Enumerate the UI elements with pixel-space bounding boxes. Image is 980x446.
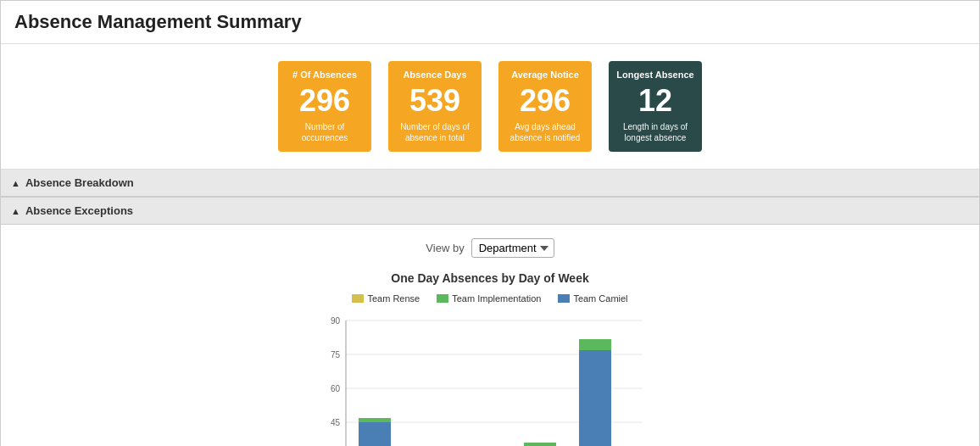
legend-label-rense: Team Rense [367,293,420,304]
chart-legend: Team Rense Team Implementation Team Cami… [352,293,627,304]
card-desc-average-notice: Avg days ahead absence is notified [505,121,585,143]
legend-swatch-rense [352,294,364,303]
breakdown-toggle-icon: ▲ [11,178,20,188]
chart-title: One Day Absences by Day of Week [391,271,588,285]
svg-text:60: 60 [331,384,341,393]
svg-text:75: 75 [331,350,341,360]
card-title-longest-absence: Longest Absence [615,70,695,81]
stat-card-longest-absence: Longest Absence 12 Length in days of lon… [609,61,702,152]
bar-chart: 0 15 30 45 60 75 90 [312,312,668,446]
bar-thursday-impl [524,443,556,446]
card-desc-absence-days: Number of days of absence in total [395,121,475,143]
card-number-average-notice: 296 [505,86,585,116]
exceptions-toggle-icon: ▲ [11,206,20,216]
exceptions-content: View by Department Team Location One Day… [1,225,979,446]
card-title-absence-days: Absence Days [395,70,475,81]
legend-label-camiel: Team Camiel [573,293,627,304]
page-title: Absence Management Summary [14,11,966,33]
page-header: Absence Management Summary [1,1,979,44]
absence-exceptions-header[interactable]: ▲ Absence Exceptions [1,198,979,225]
card-number-longest-absence: 12 [615,86,695,116]
breakdown-title: Absence Breakdown [25,176,134,189]
bar-friday-camiel [579,350,611,446]
stat-card-absences-count: # Of Absences 296 Number of occurrences [278,61,371,152]
legend-swatch-camiel [558,294,570,303]
exceptions-title: Absence Exceptions [25,204,133,217]
absence-exceptions-section: ▲ Absence Exceptions View by Department … [1,198,979,446]
view-by-label: View by [426,242,464,254]
card-desc-longest-absence: Length in days of longest absence [615,121,695,143]
chart-area: One Day Absences by Day of Week Team Ren… [14,271,966,446]
svg-text:45: 45 [331,418,341,427]
view-by-select[interactable]: Department Team Location [471,238,554,258]
card-title-average-notice: Average Notice [505,70,585,81]
stat-card-absence-days: Absence Days 539 Number of days of absen… [388,61,482,152]
legend-item-implementation: Team Implementation [437,293,541,304]
chart-svg: 0 15 30 45 60 75 90 [312,312,668,446]
legend-label-implementation: Team Implementation [452,293,541,304]
view-by-row: View by Department Team Location [14,238,966,258]
svg-text:90: 90 [331,316,341,326]
legend-item-camiel: Team Camiel [558,293,627,304]
absence-breakdown-header[interactable]: ▲ Absence Breakdown [1,170,979,197]
summary-cards: # Of Absences 296 Number of occurrences … [1,44,979,170]
card-title-absences-count: # Of Absences [285,70,365,81]
bar-monday-impl [359,418,391,422]
absence-breakdown-section: ▲ Absence Breakdown [1,170,979,198]
bar-monday-camiel [359,422,391,446]
bar-friday-impl [579,339,611,350]
main-container: Absence Management Summary # Of Absences… [0,0,980,446]
legend-swatch-implementation [437,294,448,303]
card-number-absences-count: 296 [285,86,365,116]
card-desc-absences-count: Number of occurrences [285,121,365,143]
stat-card-average-notice: Average Notice 296 Avg days ahead absenc… [498,61,592,152]
legend-item-rense: Team Rense [352,293,420,304]
card-number-absence-days: 539 [395,86,475,116]
